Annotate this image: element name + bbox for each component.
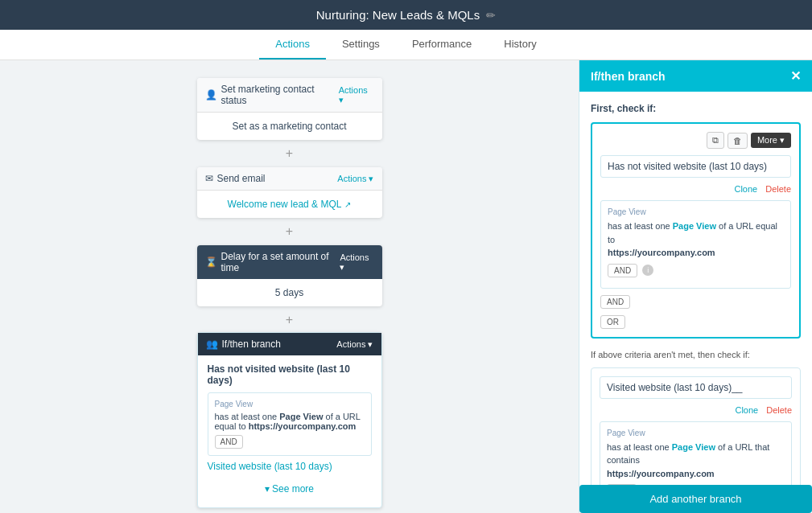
email-template-link[interactable]: Welcome new lead & MQL ↗ (207, 199, 373, 210)
main-layout: 👤 Set marketing contact status Actions ▾… (0, 60, 812, 513)
branch1-and-row: AND i (608, 264, 784, 277)
branch1-tools: ⧉ 🗑 More ▾ (600, 132, 791, 149)
branch2-name-input[interactable] (600, 376, 792, 399)
node-ifthen-content: Has not visited website (last 10 days) P… (198, 355, 381, 507)
app-header: Nurturing: New Leads & MQLs ✏ (0, 0, 812, 30)
node-set-marketing-body: Set as a marketing contact (197, 113, 382, 140)
tab-actions[interactable]: Actions (259, 30, 326, 60)
tab-performance[interactable]: Performance (396, 30, 488, 60)
node-send-email-body: Welcome new lead & MQL ↗ (197, 191, 382, 218)
node-send-email-header: ✉ Send email Actions ▾ (197, 167, 382, 191)
email-icon: ✉ (205, 173, 213, 184)
panel-close-button[interactable]: ✕ (790, 68, 801, 84)
branch1-criteria-label: Page View (215, 400, 365, 408)
branch2-panel-criteria-label: Page View (607, 429, 785, 437)
branch2-criteria-card: Page View has at least one Page View of … (600, 421, 792, 486)
node-send-email-wrapper: ✉ Send email Actions ▾ Welcome new lead … (197, 166, 382, 244)
node-delay-header: ⌛ Delay for a set amount of time Actions… (197, 245, 382, 279)
node-ifthen-wrapper: 👥 If/then branch Actions ▾ Has not visit… (197, 332, 382, 508)
branch2-panel-url: https://yourcompany.com (607, 469, 715, 478)
branch1-panel-card: ⧉ 🗑 More ▾ Clone Delete Page View has at… (591, 122, 801, 339)
branch1-panel-criteria-label: Page View (608, 207, 784, 216)
node-send-email-actions[interactable]: Actions ▾ (337, 174, 373, 184)
node-set-marketing: 👤 Set marketing contact status Actions ▾… (197, 78, 382, 140)
workflow-canvas: 👤 Set marketing contact status Actions ▾… (0, 60, 579, 513)
branch1-criteria-text: has at least one Page View of a URL equa… (215, 412, 365, 431)
panel-header: If/then branch ✕ (579, 60, 812, 92)
external-link-icon: ↗ (344, 200, 351, 209)
branch1-criteria-box: Page View has at least one Page View of … (208, 392, 372, 456)
first-check-label: First, check if: (591, 103, 801, 114)
branch-icon: 👥 (206, 339, 218, 350)
branch1-panel-url: https://yourcompany.com (608, 248, 715, 257)
node-delay: ⌛ Delay for a set amount of time Actions… (197, 245, 382, 306)
node-ifthen-label: If/then branch (222, 339, 281, 350)
hourglass-icon: ⌛ (205, 256, 217, 268)
tab-history[interactable]: History (488, 30, 552, 60)
branch1-pageview-strong: Page View (279, 412, 323, 421)
workflow-title: Nurturing: New Leads & MQLs (316, 8, 480, 22)
person-icon: 👤 (205, 89, 217, 101)
node-delay-label: Delay for a set amount of time (221, 251, 340, 273)
branch2-panel-pageview-link[interactable]: Page View (672, 442, 715, 452)
edit-icon[interactable]: ✏ (486, 9, 496, 22)
node-send-email-label: Send email (217, 173, 266, 184)
branch1-add-and-btn[interactable]: AND (600, 295, 630, 309)
branch1-panel-criteria-text: has at least one Page View of a URL equa… (608, 220, 784, 260)
branch1-criteria-card: Page View has at least one Page View of … (600, 200, 791, 289)
branch1-name-input[interactable] (600, 155, 791, 178)
branch1-info-icon[interactable]: i (642, 265, 653, 276)
node-send-email: ✉ Send email Actions ▾ Welcome new lead … (197, 167, 382, 218)
right-panel: If/then branch ✕ First, check if: ⧉ 🗑 Mo… (579, 60, 812, 513)
branch2-panel-card: Clone Delete Page View has at least one … (591, 367, 801, 486)
node-set-marketing-actions[interactable]: Actions ▾ (339, 85, 374, 105)
branch1-panel-pageview-link[interactable]: Page View (673, 221, 716, 231)
plus-connector-2[interactable]: + (282, 220, 298, 244)
node-ifthen-header: 👥 If/then branch Actions ▾ (198, 333, 381, 355)
branch1-or-btn[interactable]: OR (600, 315, 625, 329)
branch2-title: Visited website (last 10 days) (208, 461, 372, 472)
branch1-copy-button[interactable]: ⧉ (707, 132, 724, 149)
branch1-delete-link[interactable]: Delete (765, 184, 791, 194)
node-delay-body: 5 days (197, 279, 382, 306)
branch2-delete-link[interactable]: Delete (766, 405, 792, 415)
tab-bar: Actions Settings Performance History (0, 30, 812, 60)
branch1-url-strong: https://yourcompany.com (249, 421, 357, 431)
tab-settings[interactable]: Settings (326, 30, 396, 60)
branch1-clone-delete: Clone Delete (600, 184, 791, 194)
node-set-marketing-label: Set marketing contact status (221, 84, 339, 106)
branch2-clone-delete: Clone Delete (600, 405, 792, 415)
node-delay-actions[interactable]: Actions ▾ (340, 252, 373, 273)
branch1-title: Has not visited website (last 10 days) (208, 363, 372, 386)
node-set-marketing-wrapper: 👤 Set marketing contact status Actions ▾… (197, 76, 382, 166)
panel-title: If/then branch (591, 70, 666, 83)
node-ifthen: 👥 If/then branch Actions ▾ Has not visit… (197, 332, 382, 508)
branch2-clone-link[interactable]: Clone (735, 405, 758, 415)
plus-connector-1[interactable]: + (282, 142, 298, 166)
second-check-label: If above criteria aren't met, then check… (591, 350, 801, 359)
branch1-delete-button[interactable]: 🗑 (728, 133, 748, 149)
branch1-clone-link[interactable]: Clone (734, 184, 757, 194)
node-delay-wrapper: ⌛ Delay for a set amount of time Actions… (197, 244, 382, 332)
branch1-and-tag[interactable]: AND (608, 264, 637, 277)
branch1-and-btn[interactable]: AND (215, 435, 243, 449)
panel-body: First, check if: ⧉ 🗑 More ▾ Clone Delete… (579, 92, 812, 485)
node-set-marketing-header: 👤 Set marketing contact status Actions ▾ (197, 78, 382, 113)
node-ifthen-actions[interactable]: Actions ▾ (336, 339, 373, 350)
add-branch-button[interactable]: Add another branch (579, 485, 812, 513)
see-more-btn[interactable]: ▾ See more (208, 478, 372, 499)
plus-connector-3[interactable]: + (282, 308, 298, 332)
branch2-panel-criteria-text: has at least one Page View of a URL that… (607, 441, 785, 481)
branch1-more-button[interactable]: More ▾ (751, 133, 791, 148)
chevron-down-icon: ▾ (265, 483, 270, 495)
